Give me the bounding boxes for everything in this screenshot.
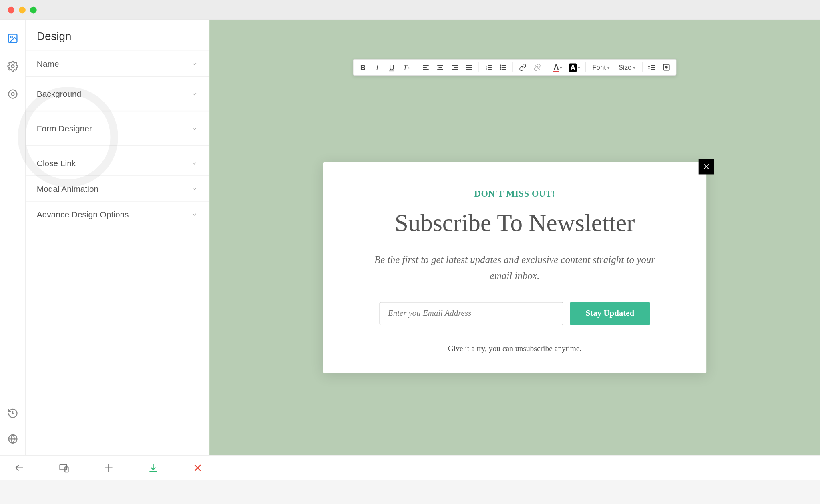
- editor-canvas[interactable]: B I U Tx 123 A▾ A▾ Font▾ Siz: [209, 20, 820, 455]
- align-right-button[interactable]: [448, 60, 462, 74]
- window-min-dot[interactable]: [19, 6, 26, 13]
- newsletter-modal[interactable]: DON'T MISS OUT! Subscribe To Newsletter …: [323, 162, 706, 373]
- window-titlebar: [0, 0, 820, 20]
- delete-icon[interactable]: [192, 462, 204, 474]
- image-icon[interactable]: [6, 32, 19, 45]
- separator: [416, 62, 416, 72]
- accordion-label: Close Link: [37, 158, 76, 168]
- underline-button[interactable]: U: [384, 60, 399, 74]
- modal-form-row: Stay Updated: [348, 302, 682, 325]
- add-icon[interactable]: [102, 462, 115, 474]
- email-input[interactable]: [380, 302, 563, 325]
- clear-format-button[interactable]: Tx: [399, 60, 414, 74]
- italic-button[interactable]: I: [370, 60, 384, 74]
- align-justify-button[interactable]: [462, 60, 476, 74]
- svg-point-1: [10, 36, 12, 38]
- chevron-down-icon: [191, 211, 198, 218]
- gear-icon[interactable]: [6, 60, 19, 72]
- back-icon[interactable]: [13, 462, 26, 474]
- text-color-button[interactable]: A▾: [549, 60, 566, 74]
- sidebar-title: Design: [26, 20, 209, 51]
- separator: [547, 62, 547, 72]
- unlink-button[interactable]: [530, 60, 545, 74]
- separator: [512, 62, 513, 72]
- history-icon[interactable]: [6, 407, 19, 420]
- chevron-down-icon: [191, 90, 198, 97]
- bg-color-button[interactable]: A▾: [566, 60, 583, 74]
- ordered-list-button[interactable]: 123: [482, 60, 496, 74]
- font-select[interactable]: Font▾: [588, 64, 614, 71]
- modal-subtext[interactable]: Be the first to get latest updates and e…: [364, 252, 665, 284]
- device-icon[interactable]: [58, 462, 70, 474]
- svg-point-28: [500, 67, 501, 68]
- chevron-down-icon: [191, 60, 198, 67]
- target-icon[interactable]: [6, 88, 19, 100]
- accordion-label: Advance Design Options: [37, 209, 129, 219]
- unordered-list-button[interactable]: [496, 60, 510, 74]
- svg-point-29: [500, 69, 501, 70]
- align-center-button[interactable]: [433, 60, 447, 74]
- accordion-label: Modal Animation: [37, 184, 98, 193]
- link-button[interactable]: [515, 60, 530, 74]
- svg-point-27: [500, 65, 501, 66]
- bold-button[interactable]: B: [356, 60, 370, 74]
- accordion-modal-animation[interactable]: Modal Animation: [26, 175, 209, 201]
- design-sidebar: Design Name Background Form Designer Clo…: [26, 20, 209, 455]
- bottom-toolbar: [0, 455, 820, 480]
- chevron-down-icon: [191, 185, 198, 192]
- window-close-dot[interactable]: [8, 6, 14, 13]
- close-icon[interactable]: [699, 159, 714, 175]
- size-select[interactable]: Size▾: [614, 64, 640, 71]
- svg-point-35: [666, 66, 668, 68]
- accordion-label: Name: [37, 59, 59, 68]
- subscribe-button[interactable]: Stay Updated: [570, 302, 650, 325]
- accordion-name[interactable]: Name: [26, 51, 209, 76]
- accordion-label: Background: [37, 89, 81, 99]
- modal-heading[interactable]: Subscribe To Newsletter: [348, 209, 682, 237]
- svg-point-3: [8, 90, 17, 98]
- accordion-form-designer[interactable]: Form Designer: [26, 111, 209, 145]
- modal-eyebrow[interactable]: DON'T MISS OUT!: [348, 189, 682, 199]
- svg-point-4: [11, 93, 14, 96]
- separator: [642, 62, 643, 72]
- left-rail: [0, 20, 26, 455]
- chevron-down-icon: [191, 125, 198, 132]
- rich-text-toolbar: B I U Tx 123 A▾ A▾ Font▾ Siz: [353, 59, 677, 76]
- align-left-button[interactable]: [418, 60, 433, 74]
- accordion-label: Form Designer: [37, 124, 92, 133]
- separator: [585, 62, 585, 72]
- download-icon[interactable]: [147, 462, 159, 474]
- chevron-down-icon: [191, 160, 198, 167]
- accordion-close-link[interactable]: Close Link: [26, 145, 209, 175]
- accordion-background[interactable]: Background: [26, 76, 209, 111]
- window-max-dot[interactable]: [30, 6, 37, 13]
- line-height-button[interactable]: [645, 60, 659, 74]
- globe-icon[interactable]: [6, 433, 19, 445]
- svg-point-2: [11, 65, 14, 68]
- special-char-button[interactable]: [659, 60, 674, 74]
- accordion-advance-design[interactable]: Advance Design Options: [26, 201, 209, 227]
- modal-foot-text[interactable]: Give it a try, you can unsubscribe anyti…: [348, 344, 682, 353]
- svg-text:3: 3: [486, 68, 487, 70]
- separator: [479, 62, 479, 72]
